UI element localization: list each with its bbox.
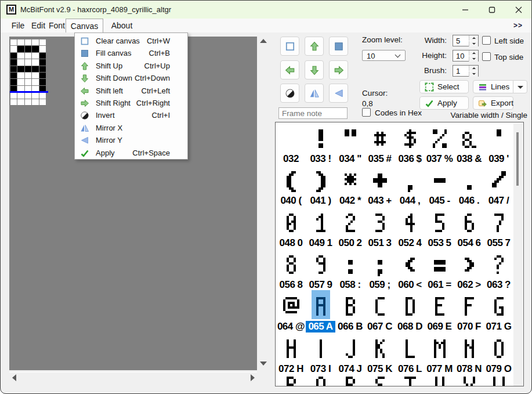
glyph-056[interactable]: [287, 255, 296, 274]
glyph-074[interactable]: [346, 339, 355, 358]
glyph-083[interactable]: [375, 377, 385, 386]
maximize-button[interactable]: [479, 1, 505, 19]
menu-about[interactable]: About: [107, 19, 136, 32]
invert-button[interactable]: [280, 84, 299, 103]
scroll-up-icon[interactable]: [260, 39, 267, 43]
glyph-label-053[interactable]: 053 5: [425, 238, 454, 248]
glyph-039[interactable]: [497, 129, 501, 136]
glyph-057[interactable]: [316, 255, 325, 274]
glyph-label-068[interactable]: 068 D: [395, 321, 425, 331]
glyph-066[interactable]: [346, 297, 355, 316]
scroll-right-icon[interactable]: [251, 374, 255, 381]
glyph-034[interactable]: [345, 129, 356, 136]
brush-up-button[interactable]: [469, 66, 478, 71]
mirror-y-button[interactable]: [329, 84, 348, 103]
shift-up-button[interactable]: [305, 37, 324, 56]
glyph-scrollbar-thumb[interactable]: [516, 132, 519, 186]
menu-item-shift-left[interactable]: Shift leftCtrl+Left: [75, 85, 187, 97]
brush-down-button[interactable]: [469, 71, 478, 77]
glyph-label-048[interactable]: 048 0: [276, 238, 306, 248]
glyph-054[interactable]: [465, 214, 474, 232]
glyph-072[interactable]: [287, 339, 296, 358]
glyph-044[interactable]: [408, 185, 412, 192]
glyph-label-050[interactable]: 050 2: [335, 238, 365, 248]
glyph-052[interactable]: [406, 214, 415, 232]
shift-down-button[interactable]: [305, 60, 324, 79]
glyph-076[interactable]: [406, 339, 415, 358]
glyph-label-046[interactable]: 046 .: [454, 196, 484, 205]
glyph-035[interactable]: [374, 132, 386, 146]
glyph-050[interactable]: [346, 214, 355, 232]
glyph-label-058[interactable]: 058 :: [335, 280, 365, 290]
glyph-label-069[interactable]: 069 E: [425, 321, 454, 331]
pixel-editor-grid[interactable]: [10, 39, 48, 107]
glyph-label-079[interactable]: 079 O: [484, 364, 513, 374]
menu-item-apply[interactable]: ApplyCtrl+Space: [75, 147, 187, 160]
glyph-077[interactable]: [434, 339, 446, 358]
glyph-061[interactable]: [434, 260, 446, 272]
glyph-040[interactable]: [287, 171, 296, 192]
glyph-label-033[interactable]: 033 !: [306, 154, 335, 164]
glyph-086[interactable]: [464, 377, 475, 386]
clear-canvas-button[interactable]: [280, 37, 299, 56]
glyph-065[interactable]: [316, 297, 325, 316]
glyph-label-045[interactable]: 045 -: [425, 196, 454, 205]
zoom-level-combobox[interactable]: 10: [362, 50, 406, 61]
glyph-064[interactable]: [283, 297, 299, 313]
glyph-042[interactable]: [345, 173, 356, 185]
frame-note-input[interactable]: [278, 107, 348, 119]
width-down-button[interactable]: [469, 41, 478, 46]
menu-item-mirror-y[interactable]: Mirror Y: [75, 134, 187, 147]
glyph-033[interactable]: [319, 129, 323, 148]
glyph-081[interactable]: [316, 377, 325, 386]
glyph-label-041[interactable]: 041 ): [306, 196, 335, 205]
glyph-053[interactable]: [435, 214, 444, 232]
glyph-085[interactable]: [435, 377, 444, 386]
glyph-059[interactable]: [378, 260, 382, 276]
menu-item-shift-up[interactable]: Shift UpCtrl+Up: [75, 60, 187, 73]
glyph-082[interactable]: [346, 377, 355, 386]
menu-item-shift-down[interactable]: Shift DownCtrl+Down: [75, 72, 187, 85]
glyph-label-042[interactable]: 042 *: [335, 196, 365, 205]
glyph-071[interactable]: [494, 297, 504, 316]
codes-in-hex-checkbox[interactable]: [362, 108, 371, 117]
glyph-079[interactable]: [494, 339, 504, 358]
glyph-label-049[interactable]: 049 1: [306, 238, 335, 248]
brush-spinner[interactable]: 1: [453, 65, 479, 77]
glyph-047[interactable]: [492, 171, 506, 187]
glyph-041[interactable]: [316, 171, 325, 192]
glyph-label-071[interactable]: 071 G: [484, 321, 513, 331]
menu-item-shift-right[interactable]: Shift RightCtrl+Right: [75, 97, 187, 110]
glyph-label-061[interactable]: 061 =: [425, 280, 454, 290]
glyph-label-039[interactable]: 039 ': [484, 154, 513, 164]
glyph-label-066[interactable]: 066 B: [335, 321, 365, 331]
glyph-068[interactable]: [406, 297, 415, 316]
glyph-label-076[interactable]: 076 L: [395, 364, 425, 374]
glyph-label-063[interactable]: 063 ?: [484, 280, 513, 290]
glyph-label-044[interactable]: 044 ,: [395, 196, 425, 205]
glyph-label-060[interactable]: 060 <: [395, 280, 425, 290]
menu-item-clear-canvas[interactable]: Clear canvasCtrl+W: [75, 35, 187, 48]
height-up-button[interactable]: [469, 50, 478, 56]
glyph-049[interactable]: [316, 214, 325, 232]
glyph-label-032[interactable]: 032: [276, 154, 306, 164]
glyph-label-065[interactable]: 065 A: [306, 321, 335, 331]
glyph-label-078[interactable]: 078 N: [454, 364, 484, 374]
lines-button[interactable]: Lines: [473, 80, 513, 93]
shift-right-button[interactable]: [329, 60, 348, 79]
select-button[interactable]: Select: [419, 80, 469, 93]
glyph-036[interactable]: [404, 129, 416, 148]
glyph-label-047[interactable]: 047 /: [484, 196, 513, 205]
glyph-label-043[interactable]: 043 +: [365, 196, 395, 205]
glyph-058[interactable]: [348, 260, 353, 274]
menu-canvas[interactable]: Canvas: [66, 19, 103, 32]
lines-dropdown-button[interactable]: [513, 80, 527, 93]
glyph-080[interactable]: [287, 377, 296, 386]
glyph-060[interactable]: [406, 258, 415, 272]
menu-overflow-chevron[interactable]: >>: [513, 21, 523, 30]
glyph-label-070[interactable]: 070 F: [454, 321, 484, 331]
glyph-051[interactable]: [375, 214, 385, 232]
canvas-hscrollbar[interactable]: [9, 372, 257, 384]
glyph-label-035[interactable]: 035 #: [365, 154, 395, 164]
glyph-067[interactable]: [375, 297, 385, 316]
